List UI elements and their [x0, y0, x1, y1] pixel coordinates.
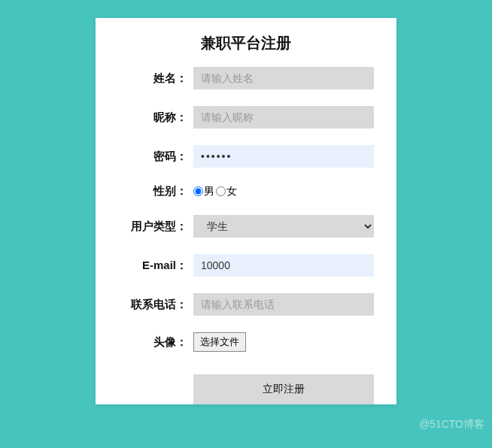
phone-input[interactable]: [193, 293, 374, 316]
field-row-email: E-mail：: [96, 254, 396, 277]
gender-female-option[interactable]: 女: [216, 185, 237, 198]
nickname-label: 昵称：: [111, 110, 193, 125]
usertype-label: 用户类型：: [111, 219, 193, 234]
nickname-input[interactable]: [193, 106, 374, 129]
email-label: E-mail：: [111, 259, 193, 273]
gender-male-radio[interactable]: [193, 186, 203, 196]
gender-label: 性别：: [111, 184, 193, 198]
gender-male-text: 男: [204, 185, 214, 198]
field-row-gender: 性别： 男 女: [96, 184, 396, 198]
phone-label: 联系电话：: [111, 298, 193, 312]
gender-female-radio[interactable]: [216, 186, 226, 196]
field-row-name: 姓名：: [96, 67, 396, 89]
password-input[interactable]: [193, 145, 374, 168]
registration-form-card: 兼职平台注册 姓名： 昵称： 密码： 性别： 男 女: [96, 18, 396, 404]
field-row-nickname: 昵称：: [96, 106, 396, 129]
email-input[interactable]: [193, 254, 374, 277]
field-row-password: 密码：: [96, 145, 396, 168]
avatar-file-button[interactable]: 选择文件: [193, 332, 246, 352]
password-label: 密码：: [111, 150, 193, 164]
watermark: @51CTO博客: [419, 418, 484, 431]
gender-female-text: 女: [226, 185, 237, 198]
field-row-usertype: 用户类型： 学生: [96, 215, 396, 238]
avatar-label: 头像：: [111, 335, 193, 350]
field-row-avatar: 头像： 选择文件: [96, 332, 396, 352]
submit-button[interactable]: 立即注册: [193, 374, 374, 404]
name-label: 姓名：: [111, 71, 193, 86]
field-row-phone: 联系电话：: [96, 293, 396, 316]
submit-row: 立即注册: [96, 374, 396, 404]
gender-male-option[interactable]: 男: [193, 185, 214, 198]
form-title: 兼职平台注册: [96, 33, 396, 53]
usertype-select[interactable]: 学生: [193, 215, 374, 238]
name-input[interactable]: [193, 67, 374, 89]
